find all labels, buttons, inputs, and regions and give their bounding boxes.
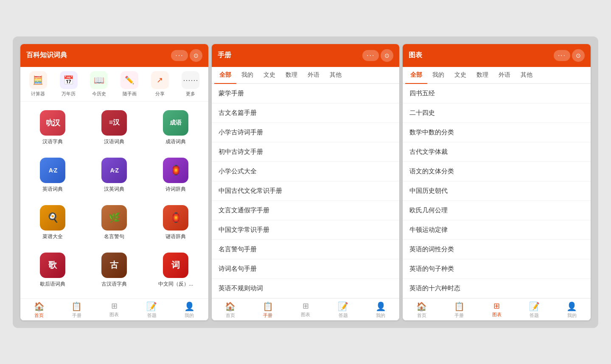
history-icon: 📖 [90,71,108,89]
list-item[interactable]: 名言警句手册 [212,240,400,259]
dict-yingyucidian-label: 英语词典 [42,186,63,193]
dict-zhongwen[interactable]: 词 中文同（反）... [145,247,207,295]
middle-tab-english[interactable]: 外语 [303,67,325,83]
tool-draw[interactable]: ✏️ 随手画 [119,71,140,97]
mine-icon-right: 👤 [566,301,577,311]
list-item[interactable]: 数学中数的分类 [403,123,591,142]
mid-tab-home-label: 首页 [226,312,235,319]
list-item[interactable]: 牛顿运动定律 [403,220,591,240]
right-dots-button[interactable]: ··· [554,50,570,61]
list-item[interactable]: 诗词名句手册 [212,259,400,279]
mid-tab-manual[interactable]: 📋 手册 [249,301,287,319]
list-item[interactable]: 英语的十六种时态 [403,279,591,298]
draw-icon: ✏️ [121,71,138,89]
list-item[interactable]: 英语的词性分类 [403,240,591,259]
left-circle-button[interactable]: ⊙ [190,49,202,62]
list-item[interactable]: 古文名篇手册 [212,103,400,123]
middle-filter-tabs: 全部 我的 文史 数理 外语 其他 [212,67,400,84]
mid-tab-answer[interactable]: 📝 答题 [324,301,362,319]
dict-guhanyu-label: 古汉语字典 [101,281,127,288]
dict-shicifadian[interactable]: 🏮 诗词辞典 [145,153,207,200]
dict-hanyingcidian[interactable]: A·Z 汉英词典 [84,153,145,200]
left-tab-home[interactable]: 🏠 首页 [20,301,58,319]
right-tab-history[interactable]: 文史 [449,67,471,83]
left-tab-manual-label: 手册 [72,312,81,319]
mid-tab-home[interactable]: 🏠 首页 [212,301,249,319]
dict-caipu[interactable]: 🍳 菜谱大全 [22,200,84,247]
dict-hanyucidian[interactable]: ≡汉 汉语词典 [84,105,145,153]
middle-tab-other[interactable]: 其他 [325,67,347,83]
tool-calendar[interactable]: 📅 万年历 [59,71,79,97]
left-tab-mine[interactable]: 👤 我的 [171,301,208,319]
tool-calculator-label: 计算器 [31,91,45,97]
tool-share[interactable]: ↗ 分享 [150,71,170,97]
middle-dots-button[interactable]: ··· [362,50,379,61]
left-tab-answer[interactable]: 📝 答题 [133,301,171,319]
right-tb-home[interactable]: 🏠 首页 [403,301,440,319]
tool-history[interactable]: 📖 今历史 [89,71,109,97]
dict-xiehouyu[interactable]: 歌 歇后语词典 [22,247,84,295]
tool-draw-label: 随手画 [123,91,137,97]
left-tab-home-label: 首页 [34,312,44,319]
right-tb-manual[interactable]: 📋 手册 [440,301,478,319]
middle-header-controls: ··· ⊙ [362,49,393,62]
list-item[interactable]: 蒙学手册 [212,84,400,103]
right-panel-title: 图表 [409,51,422,60]
left-tab-manual[interactable]: 📋 手册 [58,301,96,319]
middle-tab-all[interactable]: 全部 [214,67,236,83]
dict-guhanyu[interactable]: 古 古汉语字典 [84,247,145,295]
list-item[interactable]: 四书五经 [403,84,591,103]
manual-icon-mid: 📋 [263,301,273,311]
list-item[interactable]: 古代文学体裁 [403,142,591,162]
right-tb-mine[interactable]: 👤 我的 [553,301,591,319]
middle-tab-history[interactable]: 文史 [258,67,280,83]
right-tb-chart[interactable]: ⊞ 图表 [478,301,516,319]
middle-tab-mine[interactable]: 我的 [236,67,258,83]
mid-tab-mine[interactable]: 👤 我的 [362,301,400,319]
dict-chengyucidian[interactable]: 成语 成语词典 [145,105,207,153]
more-icon: ⋯⋯ [182,71,199,89]
dict-hanzizidian[interactable]: 㕤汉 汉语字典 [22,105,84,153]
left-tab-chart[interactable]: ⊞ 图表 [95,301,133,319]
list-item[interactable]: 英语不规则动词 [212,279,400,298]
dict-miyu-icon: 🏮 [163,205,188,231]
right-tab-mine[interactable]: 我的 [427,67,449,83]
tool-more[interactable]: ⋯⋯ 更多 [180,71,201,97]
right-tab-all[interactable]: 全部 [405,67,427,83]
right-tab-english[interactable]: 外语 [493,67,516,83]
dict-miyu[interactable]: 🏮 谜语辞典 [145,200,207,247]
right-circle-button[interactable]: ⊙ [572,49,585,62]
list-item[interactable]: 中国历史朝代 [403,181,591,201]
manual-icon: 📋 [71,301,82,311]
list-item[interactable]: 文言文通假字手册 [212,201,400,220]
list-item[interactable]: 中国古代文化常识手册 [212,181,400,201]
right-tb-manual-label: 手册 [454,312,464,319]
dict-mingyan[interactable]: 🌿 名言警句 [84,200,145,247]
answer-icon-mid: 📝 [338,301,348,311]
tool-calculator[interactable]: 🧮 计算器 [28,71,48,97]
list-item[interactable]: 英语的句子种类 [403,259,591,279]
list-item[interactable]: 语文的文体分类 [403,162,591,181]
dict-xiehouyu-icon: 歌 [40,253,65,278]
answer-icon: 📝 [146,301,157,311]
list-item[interactable]: 小学古诗词手册 [212,123,400,142]
right-tb-answer[interactable]: 📝 答题 [516,301,553,319]
right-tab-other[interactable]: 其他 [516,67,538,83]
middle-circle-button[interactable]: ⊙ [381,49,393,62]
right-tab-math[interactable]: 数理 [471,67,493,83]
quick-tools-bar: 🧮 计算器 📅 万年历 📖 今历史 ✏️ 随手画 ↗ 分享 ⋯⋯ 更多 [20,67,208,102]
left-dots-button[interactable]: ··· [171,50,188,61]
middle-tab-math[interactable]: 数理 [280,67,303,83]
list-item[interactable]: 二十四史 [403,103,591,123]
list-item[interactable]: 小学公式大全 [212,162,400,181]
mid-tab-chart[interactable]: ⊞ 图表 [287,301,325,319]
list-item[interactable]: 欧氏几何公理 [403,201,591,220]
dict-zhongwen-icon: 词 [163,253,188,278]
dict-hanyucidian-icon: ≡汉 [101,110,127,136]
dict-yingyucidian[interactable]: A·Z 英语词典 [22,153,84,200]
left-panel-title: 百科知识词典 [26,51,67,60]
list-item[interactable]: 初中古诗文手册 [212,142,400,162]
mid-tab-answer-label: 答题 [339,312,348,319]
list-item[interactable]: 中国文学常识手册 [212,220,400,240]
middle-tab-bar: 🏠 首页 📋 手册 ⊞ 图表 📝 答题 👤 我的 [212,298,400,320]
